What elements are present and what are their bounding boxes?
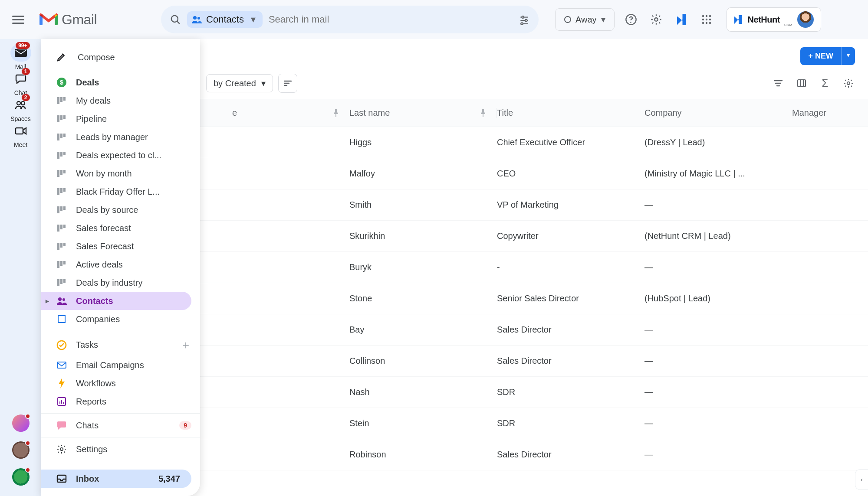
sidebar-deals-view[interactable]: Sales forecast bbox=[41, 219, 200, 237]
svg-point-14 bbox=[654, 18, 658, 21]
search-input[interactable] bbox=[269, 14, 513, 25]
pin-icon[interactable] bbox=[333, 109, 339, 117]
col-first-name-fragment[interactable]: e bbox=[232, 108, 237, 118]
account-avatar[interactable] bbox=[796, 10, 815, 29]
svg-rect-66 bbox=[63, 243, 66, 246]
sidebar-chats-label: Chats bbox=[76, 421, 171, 431]
svg-rect-60 bbox=[63, 206, 66, 210]
cell-company: — bbox=[644, 418, 653, 428]
svg-rect-62 bbox=[60, 225, 62, 229]
col-company[interactable]: Company bbox=[644, 108, 682, 117]
bar-chart-icon bbox=[56, 396, 67, 407]
svg-point-5 bbox=[197, 17, 200, 20]
svg-rect-61 bbox=[57, 225, 59, 232]
chevron-down-icon: ▾ bbox=[251, 14, 256, 25]
svg-rect-52 bbox=[57, 170, 59, 177]
help-icon[interactable] bbox=[622, 11, 640, 28]
cell-last-name: Collinson bbox=[349, 356, 385, 365]
gmail-brand[interactable]: Gmail bbox=[39, 12, 97, 28]
svg-point-18 bbox=[702, 19, 704, 20]
sidebar-item-workflows[interactable]: Workflows bbox=[41, 374, 200, 392]
view-settings-gear-icon[interactable] bbox=[842, 77, 855, 90]
svg-rect-70 bbox=[57, 279, 59, 286]
sort-dropdown[interactable]: by Created ▾ bbox=[206, 74, 273, 92]
rail-chat-space-2[interactable] bbox=[12, 441, 30, 459]
sidebar-deals-view[interactable]: Deals by source bbox=[41, 201, 200, 219]
sidebar-deals-view-label: Sales forecast bbox=[76, 223, 191, 233]
filter-icon[interactable] bbox=[772, 77, 785, 90]
sum-icon[interactable]: Σ bbox=[819, 77, 832, 90]
rail-chat-space-3[interactable] bbox=[12, 468, 30, 486]
cell-last-name: Smith bbox=[349, 200, 372, 209]
sidebar-deals-view[interactable]: My deals bbox=[41, 91, 200, 110]
rail-item-meet[interactable]: Meet bbox=[10, 122, 31, 148]
sidebar-item-tasks[interactable]: Tasks ＋ bbox=[41, 334, 200, 356]
svg-point-9 bbox=[525, 20, 527, 22]
sidebar-item-chats[interactable]: Chats 9 bbox=[41, 416, 200, 434]
col-last-name[interactable]: Last name bbox=[349, 108, 390, 118]
sidebar-deals-view[interactable]: Leads by manager bbox=[41, 128, 200, 146]
svg-rect-57 bbox=[63, 188, 66, 192]
gmail-logo-icon bbox=[39, 12, 58, 27]
svg-rect-67 bbox=[57, 261, 59, 268]
search-options-icon[interactable] bbox=[519, 14, 530, 25]
cell-title: CEO bbox=[497, 169, 516, 178]
sidebar-deals-view[interactable]: Black Friday Offer L... bbox=[41, 183, 200, 201]
search-scope-chip[interactable]: Contacts ▾ bbox=[187, 11, 263, 28]
nethunt-app-icon[interactable] bbox=[673, 11, 690, 28]
sidebar-deals-view[interactable]: Deals by industry bbox=[41, 274, 200, 292]
settings-gear-icon[interactable] bbox=[648, 11, 665, 28]
board-icon bbox=[56, 113, 67, 124]
sidebar-item-deals[interactable]: $ Deals bbox=[41, 73, 200, 91]
svg-rect-86 bbox=[57, 362, 66, 368]
rail-chat-space-1[interactable] bbox=[12, 414, 30, 432]
svg-rect-71 bbox=[60, 279, 62, 284]
search-icon[interactable] bbox=[170, 14, 181, 25]
col-manager[interactable]: Manager bbox=[792, 108, 826, 117]
nethunt-brand-button[interactable]: NetHunt CRM bbox=[727, 7, 821, 32]
new-record-button[interactable]: + NEW ▾ bbox=[800, 47, 855, 65]
sidebar-deals-view[interactable]: Pipeline bbox=[41, 110, 200, 128]
cell-last-name: Nash bbox=[349, 387, 370, 397]
sidebar-deals-view[interactable]: Sales Forecast bbox=[41, 237, 200, 255]
svg-rect-59 bbox=[60, 206, 62, 211]
chevron-down-icon: ▾ bbox=[601, 14, 605, 25]
new-button-dropdown[interactable]: ▾ bbox=[841, 47, 855, 65]
app-rail: 99+Mail1Chat2SpacesMeet bbox=[0, 39, 41, 496]
building-icon bbox=[56, 313, 67, 325]
add-task-icon[interactable]: ＋ bbox=[180, 337, 191, 352]
search-bar[interactable]: Contacts ▾ bbox=[161, 6, 539, 33]
svg-text:$: $ bbox=[60, 78, 64, 86]
sidebar-item-inbox[interactable]: Inbox 5,347 bbox=[41, 470, 191, 488]
nethunt-logo-icon bbox=[733, 14, 743, 25]
cell-title: - bbox=[497, 262, 500, 272]
sidebar-item-reports[interactable]: Reports bbox=[41, 392, 200, 411]
presence-status-button[interactable]: Away ▾ bbox=[555, 8, 615, 31]
svg-rect-69 bbox=[63, 261, 66, 264]
sidebar-deals-view[interactable]: Deals expected to cl... bbox=[41, 146, 200, 164]
cell-last-name: Skurikhin bbox=[349, 231, 385, 241]
rail-item-spaces[interactable]: 2Spaces bbox=[10, 96, 31, 122]
new-button-label[interactable]: + NEW bbox=[800, 47, 841, 65]
sidebar-item-companies[interactable]: Companies bbox=[41, 310, 200, 328]
sort-direction-button[interactable] bbox=[278, 74, 297, 93]
sort-label: by Created bbox=[214, 78, 256, 88]
rail-item-mail[interactable]: 99+Mail bbox=[10, 44, 31, 70]
compose-button[interactable]: Compose bbox=[41, 39, 200, 73]
side-panel-expand-button[interactable]: ‹ bbox=[855, 469, 868, 490]
google-apps-icon[interactable] bbox=[698, 11, 715, 28]
sidebar-deals-view[interactable]: Active deals bbox=[41, 255, 200, 274]
cell-last-name: Stein bbox=[349, 418, 369, 428]
cell-last-name: Higgs bbox=[349, 137, 372, 147]
col-title[interactable]: Title bbox=[497, 108, 513, 117]
pin-icon[interactable] bbox=[480, 109, 486, 117]
sidebar-item-settings[interactable]: Settings bbox=[41, 440, 200, 458]
svg-point-16 bbox=[705, 15, 707, 17]
sidebar-item-email-campaigns[interactable]: Email Campaigns bbox=[41, 356, 200, 374]
columns-icon[interactable] bbox=[795, 77, 808, 90]
rail-item-chat[interactable]: 1Chat bbox=[10, 70, 31, 96]
sidebar-deals-view[interactable]: Won by month bbox=[41, 164, 200, 183]
main-menu-button[interactable] bbox=[5, 16, 31, 24]
sidebar-item-contacts[interactable]: ▶ Contacts bbox=[41, 292, 191, 310]
svg-point-74 bbox=[62, 298, 65, 301]
